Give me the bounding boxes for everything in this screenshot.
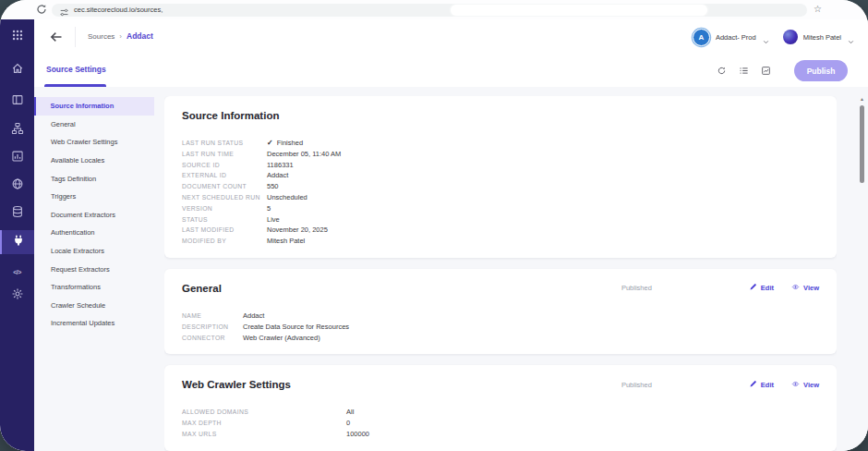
sidebar-item-transformations[interactable]: Transformations <box>34 278 154 297</box>
user-avatar[interactable] <box>783 30 798 44</box>
sidebar-item-triggers[interactable]: Triggers <box>34 188 154 206</box>
sidebar-item-source-information[interactable]: Source Information <box>34 97 154 116</box>
rail-item-data[interactable] <box>0 201 34 226</box>
action-label: View <box>803 284 819 292</box>
field-row: MODIFIED BYMitesh Patel <box>182 236 819 247</box>
card-source-information: Source InformationLAST RUN STATUS✓Finish… <box>164 96 837 258</box>
chevron-down-icon[interactable] <box>762 33 770 42</box>
vertical-scrollbar[interactable]: ▲ <box>859 91 865 447</box>
card-web-crawler-settings: Web Crawler SettingsPublishedEditViewALL… <box>164 365 837 450</box>
field-value: Live <box>267 214 280 226</box>
field-label: EXTERNAL ID <box>182 170 267 181</box>
home-icon <box>11 62 24 79</box>
back-arrow-icon[interactable] <box>49 30 64 44</box>
queue-list-icon[interactable] <box>739 66 749 76</box>
breadcrumb-separator: › <box>119 32 122 41</box>
field-value: Web Crawler (Advanced) <box>243 333 320 344</box>
browser-window: cec.sitecorecloud.io/sources, ☆ </> Sour… <box>0 0 868 451</box>
eye-icon <box>791 283 800 293</box>
rail-item-domains[interactable] <box>0 174 34 198</box>
primary-nav-rail: </> <box>0 19 34 451</box>
field-value: ✓Finished <box>267 138 303 149</box>
field-row: CONNECTORWeb Crawler (Advanced) <box>182 333 819 344</box>
sidebar-item-available-locales[interactable]: Available Locales <box>34 152 154 170</box>
sidebar-item-tags-definition[interactable]: Tags Definition <box>34 169 154 188</box>
rail-item-connectors[interactable] <box>0 230 34 254</box>
app-header: Sources › Addact A Addact- Prod Mitesh P… <box>34 19 868 55</box>
user-name-label[interactable]: Mitesh Patel <box>803 33 841 42</box>
publish-button[interactable]: Publish <box>794 60 848 81</box>
sidebar-item-document-extractors[interactable]: Document Extractors <box>34 206 154 225</box>
reload-icon[interactable] <box>35 3 48 16</box>
rail-item-sitemap[interactable] <box>0 118 34 142</box>
scrollbar-up-arrow[interactable]: ▲ <box>860 96 864 102</box>
app-root: </> Sources › Addact A Addact- Prod Mite… <box>0 19 868 451</box>
rail-item-settings[interactable] <box>0 284 34 308</box>
rail-item-pages[interactable] <box>0 90 34 114</box>
field-label: LAST MODIFIED <box>182 225 267 236</box>
published-status: Published <box>621 381 652 389</box>
card-general: GeneralPublishedEditViewNAMEAddactDESCRI… <box>164 269 837 354</box>
rail-item-app-switcher[interactable] <box>0 25 34 49</box>
refresh-icon[interactable] <box>717 66 727 76</box>
url-text: cec.sitecorecloud.io/sources, <box>74 6 163 14</box>
bookmark-star-icon[interactable]: ☆ <box>814 2 822 17</box>
site-info-icon[interactable] <box>59 5 69 15</box>
tab-bar-actions <box>717 55 771 87</box>
edit-pencil-icon <box>749 380 757 390</box>
eye-icon <box>791 380 800 390</box>
field-row: NEXT SCHEDULED RUNUnscheduled <box>182 192 819 203</box>
analytics-chart-icon[interactable] <box>761 66 771 76</box>
view-button[interactable]: View <box>791 283 819 293</box>
plug-icon <box>12 234 25 250</box>
sidebar-item-crawler-schedule[interactable]: Crawler Schedule <box>34 297 154 315</box>
field-row: ALLOWED DOMAINSAll <box>182 407 819 418</box>
scrollbar-thumb[interactable] <box>860 105 864 183</box>
header-divider <box>75 27 76 47</box>
org-switcher-label[interactable]: Addact- Prod <box>716 33 756 42</box>
field-row: VERSION5 <box>182 203 819 214</box>
view-button[interactable]: View <box>791 380 819 390</box>
code-icon: </> <box>13 262 21 278</box>
field-value: Addact <box>243 311 264 322</box>
edit-button[interactable]: Edit <box>749 380 774 390</box>
content-area: Source InformationGeneralWeb Crawler Set… <box>34 87 868 451</box>
rail-item-developer[interactable]: </> <box>0 258 34 282</box>
settings-section-nav: Source InformationGeneralWeb Crawler Set… <box>34 97 154 333</box>
field-row: LAST RUN STATUS✓Finished <box>182 138 819 149</box>
rail-item-analytics[interactable] <box>0 146 34 170</box>
field-row: MAX DEPTH0 <box>182 418 819 429</box>
field-row: MAX URLS100000 <box>182 429 819 440</box>
field-label: NEXT SCHEDULED RUN <box>182 192 267 203</box>
sidebar-item-web-crawler-settings[interactable]: Web Crawler Settings <box>34 133 154 152</box>
chevron-down-icon[interactable] <box>847 33 855 42</box>
field-row: DOCUMENT COUNT550 <box>182 181 819 192</box>
breadcrumb-sources[interactable]: Sources <box>88 32 115 41</box>
section-title: General <box>182 283 621 294</box>
sidebar-item-general[interactable]: General <box>34 116 154 134</box>
sidebar-item-authentication[interactable]: Authentication <box>34 224 154 242</box>
url-redacted-segment <box>451 5 707 16</box>
field-label: ALLOWED DOMAINS <box>182 407 346 418</box>
field-label: LAST RUN STATUS <box>182 138 267 149</box>
edit-button[interactable]: Edit <box>749 283 774 293</box>
sidebar-item-locale-extractors[interactable]: Locale Extractors <box>34 242 154 261</box>
browser-address-bar: cec.sitecorecloud.io/sources, ☆ <box>0 0 868 19</box>
field-label: STATUS <box>182 214 267 226</box>
field-row: NAMEAddact <box>182 311 819 322</box>
tab-source-settings[interactable]: Source Settings <box>46 65 106 74</box>
action-label: View <box>803 381 819 389</box>
rail-item-home[interactable] <box>0 58 34 82</box>
field-row: STATUSLive <box>182 214 819 226</box>
breadcrumb: Sources › Addact <box>88 31 153 41</box>
section-title: Web Crawler Settings <box>182 379 621 390</box>
sidebar-item-request-extractors[interactable]: Request Extractors <box>34 260 154 278</box>
field-value: 100000 <box>346 429 369 440</box>
org-avatar[interactable]: A <box>693 29 710 46</box>
sidebar-item-incremental-updates[interactable]: Incremental Updates <box>34 314 154 333</box>
field-value: Addact <box>267 170 288 181</box>
field-row: DESCRIPTIONCreate Data Source for Resour… <box>182 322 819 333</box>
field-value: November 20, 2025 <box>267 225 328 236</box>
url-field[interactable]: cec.sitecorecloud.io/sources, <box>52 4 807 17</box>
field-value: 0 <box>346 418 350 429</box>
